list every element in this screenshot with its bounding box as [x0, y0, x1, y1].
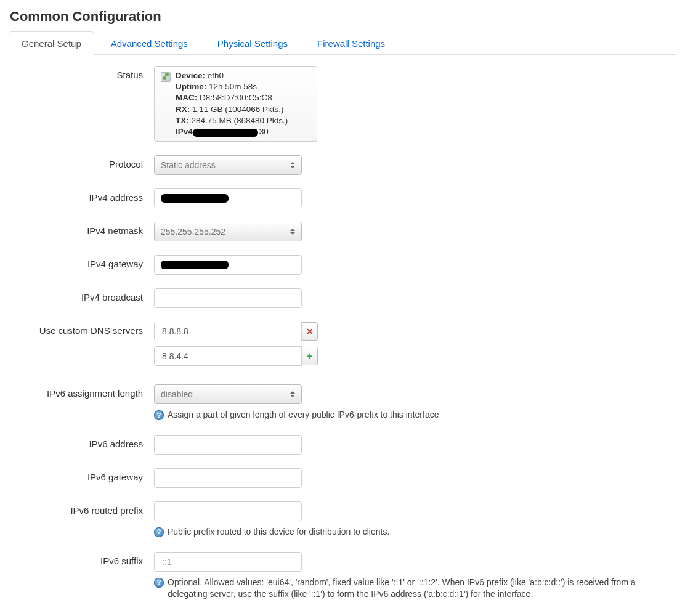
label-dns: Use custom DNS servers: [12, 322, 154, 336]
protocol-select[interactable]: Static address: [154, 155, 302, 175]
close-icon: ✕: [306, 327, 314, 336]
help-icon: ?: [154, 578, 164, 588]
label-status: Status: [12, 66, 154, 80]
status-device-label: Device:: [176, 71, 205, 80]
status-uptime-value: 12h 50m 58s: [209, 82, 257, 91]
dns-remove-button[interactable]: ✕: [302, 322, 318, 341]
status-ipv4-label: IPv4: [176, 127, 193, 136]
dns-add-button[interactable]: +: [302, 347, 318, 365]
dns-field-0[interactable]: [161, 326, 295, 337]
status-ipv4-tail: 30: [259, 127, 269, 136]
status-mac-value: D8:58:D7:00:C5:C8: [200, 93, 272, 102]
tab-general-setup[interactable]: General Setup: [9, 31, 94, 55]
plus-icon: +: [307, 352, 312, 360]
ipv6-assign-len-value: disabled: [161, 389, 193, 399]
chevron-updown-icon: [290, 162, 295, 168]
dns-input-0[interactable]: [154, 322, 302, 341]
page-title: Common Configuration: [10, 9, 676, 25]
ipv6-routed-prefix-input[interactable]: [154, 501, 302, 521]
ipv6-gateway-input[interactable]: [154, 468, 302, 488]
dns-field-1[interactable]: [161, 351, 295, 362]
ipv6-assign-len-select[interactable]: disabled: [154, 384, 302, 404]
label-ipv6-address: IPv6 address: [12, 435, 154, 449]
label-ipv6-assign-len: IPv6 assignment length: [12, 384, 154, 399]
status-uptime-label: Uptime:: [176, 82, 206, 91]
ipv6-routed-prefix-field[interactable]: [161, 506, 295, 517]
status-device-value: eth0: [208, 71, 224, 80]
ipv6-address-input[interactable]: [154, 435, 302, 455]
ipv4-broadcast-field[interactable]: [161, 293, 295, 304]
status-box: Device: eth0 Uptime: 12h 50m 58s MAC: D8…: [154, 66, 317, 142]
chevron-updown-icon: [290, 229, 295, 235]
ipv6-suffix-field[interactable]: [161, 556, 295, 567]
label-ipv4-broadcast: IPv4 broadcast: [12, 288, 154, 302]
label-ipv6-gateway: IPv6 gateway: [12, 468, 154, 482]
ipv4-netmask-value: 255.255.255.252: [161, 227, 225, 237]
tab-firewall-settings[interactable]: Firewall Settings: [304, 31, 398, 55]
help-icon: ?: [154, 410, 164, 420]
redacted-ipv4-address: [161, 194, 229, 203]
status-mac-label: MAC:: [176, 93, 197, 102]
status-tx-value: 284.75 MB (868480 Pkts.): [192, 116, 288, 125]
label-ipv6-routed-prefix: IPv6 routed prefix: [12, 501, 154, 516]
label-ipv4-netmask: IPv4 netmask: [12, 222, 154, 236]
network-interface-icon: [161, 72, 171, 82]
dns-input-1[interactable]: [154, 346, 302, 366]
ipv6-assign-len-help: Assign a part of given length of every p…: [168, 409, 439, 421]
label-ipv4-gateway: IPv4 gateway: [12, 255, 154, 269]
ipv6-suffix-help: Optional. Allowed values: 'eui64', 'rand…: [168, 577, 673, 601]
protocol-select-value: Static address: [161, 160, 216, 170]
label-protocol: Protocol: [12, 155, 154, 169]
help-icon: ?: [154, 527, 164, 537]
label-ipv6-suffix: IPv6 suffix: [12, 552, 154, 566]
tab-advanced-settings[interactable]: Advanced Settings: [98, 31, 201, 55]
ipv6-address-field[interactable]: [161, 439, 295, 450]
status-rx-label: RX:: [176, 105, 190, 114]
status-tx-label: TX:: [176, 116, 189, 125]
ipv6-routed-prefix-help: Public prefix routed to this device for …: [168, 526, 389, 538]
ipv4-netmask-select[interactable]: 255.255.255.252: [154, 222, 302, 241]
chevron-updown-icon: [290, 391, 295, 397]
ipv6-suffix-input[interactable]: [154, 552, 302, 572]
ipv4-gateway-input[interactable]: [154, 255, 302, 275]
ipv6-gateway-field[interactable]: [161, 472, 295, 484]
status-rx-value: 1.11 GB (1004066 Pkts.): [192, 105, 284, 114]
label-ipv4-address: IPv4 address: [12, 188, 154, 203]
redacted-ipv4: [193, 129, 258, 137]
tab-bar: General Setup Advanced Settings Physical…: [9, 31, 676, 55]
ipv4-broadcast-input[interactable]: [154, 288, 302, 308]
tab-content-general: Status Device: eth0 Uptime: 12h 50m 58s …: [9, 55, 676, 616]
ipv4-address-input[interactable]: [154, 188, 302, 208]
tab-physical-settings[interactable]: Physical Settings: [205, 31, 301, 55]
redacted-ipv4-gateway: [161, 261, 229, 269]
